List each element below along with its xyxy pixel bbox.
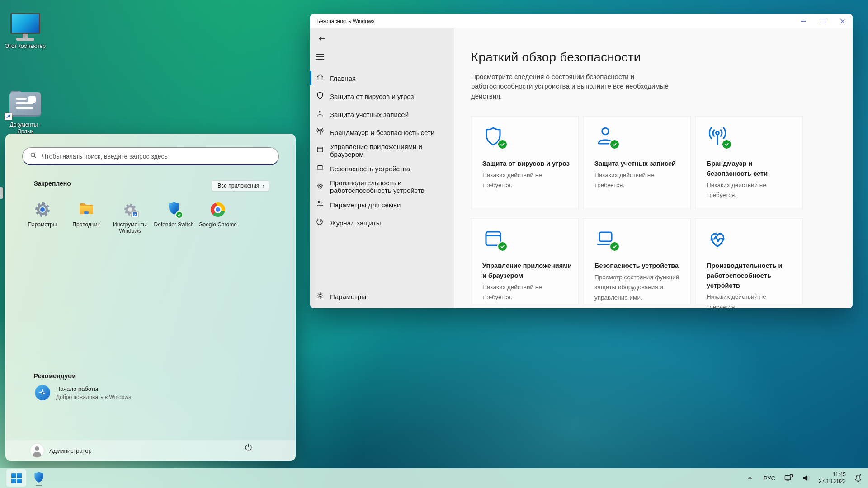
nav-item-settings[interactable]: Параметры (310, 287, 454, 305)
page-title: Краткий обзор безопасности (471, 50, 641, 65)
desktop-icon-label: Этот компьютер (4, 43, 47, 50)
recommended-item-title: Начало работы (56, 385, 131, 392)
network-icon[interactable] (783, 471, 794, 485)
security-cards-grid: Защита от вирусов и угроз Никаких действ… (471, 116, 803, 304)
explorer-folder-icon (79, 202, 94, 217)
window-title: Безопасность Windows (316, 18, 375, 24)
card-status: Никаких действий не требуется. (482, 170, 572, 191)
card-title: Защита учетных записей (594, 159, 684, 169)
window-titlebar[interactable]: Безопасность Windows ✕ (310, 14, 853, 28)
card-status: Никаких действий не требуется. (707, 292, 796, 308)
card-account-protection[interactable]: Защита учетных записей Никаких действий … (583, 116, 691, 209)
nav-item-device-security[interactable]: Безопасность устройства (310, 160, 454, 178)
card-device-security[interactable]: Безопасность устройства Просмотр состоян… (583, 218, 691, 304)
desktop-stage: Этот компьютер Документы - (0, 0, 868, 488)
computer-monitor-icon (4, 5, 47, 41)
card-virus-protection[interactable]: Защита от вирусов и угроз Никаких действ… (471, 116, 579, 209)
nav-item-device-health[interactable]: Производительность и работоспособность у… (310, 178, 454, 196)
taskbar: РУС 11:45 27.10.2022 (0, 468, 868, 488)
pinned-app-explorer[interactable]: Проводник (64, 197, 108, 239)
nav-item-protection-history[interactable]: Журнал защиты (310, 214, 454, 232)
search-input[interactable] (42, 153, 271, 160)
card-title: Производительность и работоспособность у… (707, 261, 796, 291)
chevron-right-icon: › (262, 183, 264, 189)
check-badge-icon (722, 139, 732, 150)
card-device-health[interactable]: Производительность и работоспособность у… (695, 218, 803, 304)
recommended-item-get-started[interactable]: Начало работы Добро пожаловать в Windows (30, 381, 136, 404)
minimize-button[interactable] (793, 14, 813, 28)
recommended-section-title: Рекомендуем (34, 372, 76, 380)
card-app-browser-control[interactable]: Управление приложениями и браузером Ника… (471, 218, 579, 304)
edge-flyout-tab[interactable] (0, 187, 3, 199)
clock-date: 27.10.2022 (819, 478, 846, 485)
desktop-icon-this-pc[interactable]: Этот компьютер (4, 5, 47, 50)
language-indicator[interactable]: РУС (762, 475, 777, 482)
pinned-app-chrome[interactable]: Google Chrome (196, 197, 240, 239)
documents-folder-icon (4, 84, 47, 119)
volume-icon[interactable] (801, 471, 812, 485)
start-button[interactable] (6, 469, 26, 487)
defender-shield-icon (167, 202, 181, 218)
family-icon (316, 200, 324, 210)
running-indicator (36, 485, 42, 486)
card-title: Защита от вирусов и угроз (482, 159, 572, 169)
nav-item-virus-protection[interactable]: Защита от вирусов и угроз (310, 87, 454, 105)
all-apps-button[interactable]: Все приложения › (212, 180, 269, 191)
check-badge-icon (497, 241, 508, 252)
nav-item-firewall[interactable]: Брандмауэр и безопасность сети (310, 123, 454, 141)
shortcut-arrow-icon (5, 113, 12, 120)
card-firewall[interactable]: Брандмауэр и безопасность сети Никаких д… (695, 116, 803, 209)
power-icon (244, 443, 253, 454)
taskbar-defender-button[interactable] (30, 470, 48, 487)
power-button[interactable] (240, 440, 257, 457)
settings-gear-icon (35, 202, 50, 217)
svg-text:z: z (860, 474, 862, 477)
card-status: Просмотр состояния функций защиты оборуд… (594, 272, 684, 303)
nav-item-account-protection[interactable]: Защита учетных записей (310, 105, 454, 123)
nav-item-family-options[interactable]: Параметры для семьи (310, 196, 454, 214)
user-name: Администратор (49, 447, 92, 454)
history-clock-icon (316, 218, 324, 228)
defender-shield-icon (33, 471, 45, 486)
notification-bell-icon[interactable]: z (853, 471, 863, 485)
desktop-icon-documents-shortcut[interactable]: Документы - Ярлык (4, 84, 47, 135)
device-laptop-icon (316, 164, 324, 174)
security-sidebar: ← Главная (310, 28, 454, 308)
check-badge-icon (609, 139, 620, 150)
card-title: Безопасность устройства (594, 261, 684, 271)
back-button[interactable]: ← (315, 32, 329, 44)
close-button[interactable]: ✕ (833, 14, 853, 28)
system-tray: РУС 11:45 27.10.2022 (745, 468, 863, 488)
search-icon (30, 152, 37, 161)
check-badge-icon (609, 241, 620, 252)
show-hidden-icons-button[interactable] (745, 471, 755, 485)
pinned-app-settings[interactable]: Параметры (20, 197, 64, 239)
person-icon (316, 109, 324, 119)
taskbar-clock[interactable]: 11:45 27.10.2022 (819, 471, 846, 485)
windows-tools-icon (124, 204, 136, 216)
card-title: Управление приложениями и браузером (482, 261, 572, 281)
gear-icon (316, 291, 324, 301)
search-box[interactable] (22, 147, 279, 165)
nav-item-app-browser-control[interactable]: Управление приложениями и браузером (310, 141, 454, 160)
chrome-icon (211, 202, 225, 217)
menu-hamburger-button[interactable] (316, 52, 329, 62)
desktop-icon-label: Документы - Ярлык (4, 122, 47, 135)
page-description: Просмотрите сведения о состоянии безопас… (471, 72, 672, 101)
home-icon (316, 73, 324, 83)
pinned-app-windows-tools[interactable]: Инструменты Windows (108, 197, 152, 239)
health-heart-icon (707, 243, 728, 251)
windows-logo-icon (11, 473, 22, 483)
app-window-icon (316, 145, 324, 155)
nav-item-home[interactable]: Главная (310, 69, 454, 87)
clock-time: 11:45 (819, 471, 846, 478)
user-account-button[interactable]: Администратор (30, 444, 92, 457)
firewall-antenna-icon (316, 127, 324, 137)
pinned-app-defender-switch[interactable]: Defender Switch (152, 197, 196, 239)
check-badge-icon (497, 139, 508, 150)
windows-security-window: Безопасность Windows ✕ ← Главная (310, 14, 853, 308)
security-main-panel: Краткий обзор безопасности Просмотрите с… (454, 28, 853, 308)
recommended-item-subtitle: Добро пожаловать в Windows (56, 394, 131, 400)
maximize-button[interactable] (813, 14, 833, 28)
start-menu: Закреплено Все приложения › Параметры (5, 134, 296, 461)
